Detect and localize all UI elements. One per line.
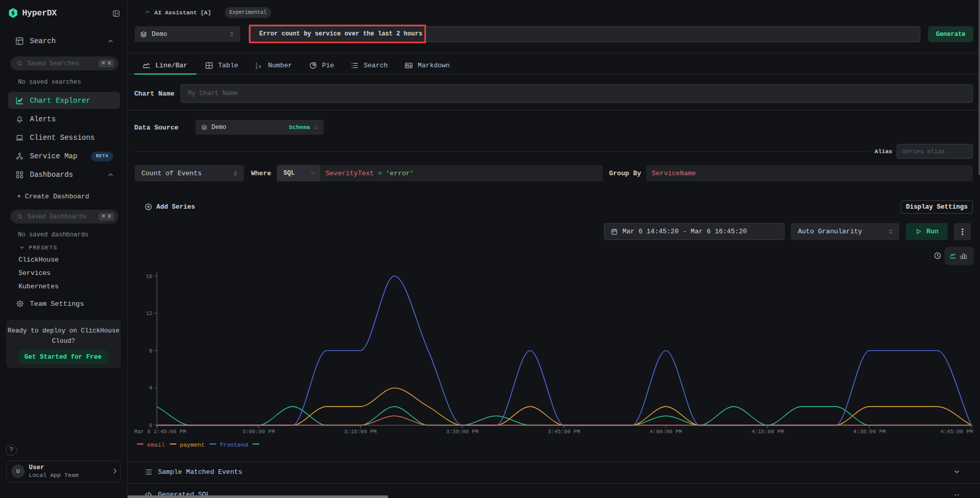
svg-text:3:15:00 PM: 3:15:00 PM [344, 429, 377, 435]
svg-text:4:00:00 PM: 4:00:00 PM [650, 429, 682, 435]
svg-text:8: 8 [149, 348, 152, 354]
svg-text:3:45:00 PM: 3:45:00 PM [548, 429, 580, 435]
svg-text:12: 12 [146, 310, 152, 317]
svg-text:16: 16 [146, 273, 152, 280]
svg-text:Mar 6 2:45:00 PM: Mar 6 2:45:00 PM [134, 429, 186, 435]
svg-text:2: 2 [255, 65, 257, 69]
svg-text:4:15:00 PM: 4:15:00 PM [752, 429, 784, 435]
svg-text:3: 3 [259, 64, 261, 68]
svg-text:4: 4 [149, 385, 152, 391]
svg-text:3:00:00 PM: 3:00:00 PM [242, 429, 275, 435]
svg-text:4:45:00 PM: 4:45:00 PM [940, 429, 973, 435]
svg-text:4:30:00 PM: 4:30:00 PM [853, 429, 886, 435]
svg-text:0: 0 [149, 422, 152, 429]
svg-text:3:30:00 PM: 3:30:00 PM [446, 429, 478, 435]
